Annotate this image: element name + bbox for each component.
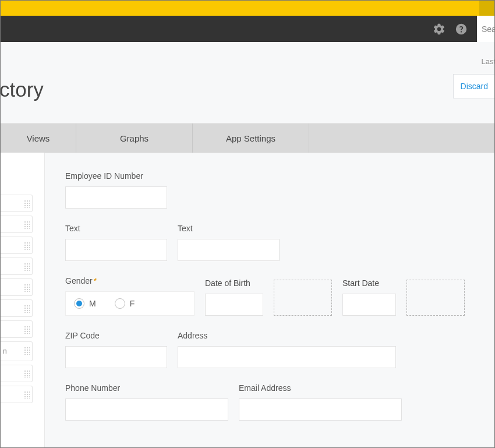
page-title: ctory (0, 78, 44, 101)
content: n Employee ID Number Text Text (1, 153, 494, 448)
help-icon[interactable] (455, 23, 468, 36)
field-text2[interactable]: Text (178, 224, 280, 261)
gender-m-option[interactable]: M (74, 298, 96, 309)
search-placeholder: Sea (482, 24, 495, 34)
dropzone[interactable] (274, 280, 332, 316)
text2-input[interactable] (178, 239, 280, 261)
gender-label-text: Gender (65, 276, 93, 285)
address-label: Address (178, 331, 396, 340)
field-address[interactable]: Address (178, 331, 396, 368)
discard-button[interactable]: Discard (453, 74, 495, 98)
dob-input[interactable] (205, 294, 263, 316)
text1-label: Text (65, 224, 167, 233)
field-gender[interactable]: Gender* M F (65, 276, 195, 316)
address-input[interactable] (178, 346, 396, 368)
top-toolbar: Sea (1, 16, 494, 42)
tab-bar: Views Graphs App Settings (1, 124, 494, 153)
tab-settings-label: App Settings (226, 133, 275, 143)
form-editor: Employee ID Number Text Text Gender* (44, 153, 494, 448)
email-input[interactable] (239, 398, 402, 421)
zip-label: ZIP Code (65, 331, 167, 340)
dob-label: Date of Birth (205, 278, 263, 288)
rail-item[interactable] (1, 365, 33, 382)
brand-bar (1, 1, 494, 16)
field-text1[interactable]: Text (65, 224, 167, 261)
phone-label: Phone Number (65, 383, 228, 393)
grip-icon (24, 391, 30, 399)
phone-input[interactable] (65, 398, 228, 421)
tab-views-label: Views (27, 133, 50, 143)
email-label: Email Address (239, 383, 402, 393)
rail-item[interactable]: n (1, 341, 33, 361)
brand-corner (479, 1, 494, 16)
tab-app-settings[interactable]: App Settings (193, 124, 309, 153)
rail-item-text: n (3, 347, 7, 355)
radio-icon (115, 298, 125, 309)
start-label: Start Date (342, 278, 396, 288)
rail-item[interactable] (1, 320, 33, 338)
gender-f-option[interactable]: F (115, 298, 135, 309)
gear-icon[interactable] (433, 23, 446, 36)
grip-icon (24, 200, 30, 208)
employee-id-input[interactable] (65, 186, 167, 209)
page-header: Last ctory Discard (1, 42, 494, 124)
rail-item[interactable] (1, 299, 33, 317)
field-zip[interactable]: ZIP Code (65, 331, 167, 368)
rail-item[interactable] (1, 278, 33, 296)
rail-item[interactable] (1, 257, 33, 275)
zip-input[interactable] (65, 346, 167, 368)
tab-graphs-label: Graphs (120, 133, 148, 143)
tab-views[interactable]: Views (1, 124, 76, 153)
dropzone[interactable] (406, 280, 465, 316)
field-email[interactable]: Email Address (239, 383, 402, 421)
grip-icon (24, 221, 30, 229)
text2-label: Text (178, 224, 280, 233)
discard-label: Discard (461, 82, 488, 91)
gender-radio-group: M F (65, 291, 195, 316)
field-start-date[interactable]: Start Date (342, 278, 396, 316)
field-phone[interactable]: Phone Number (65, 383, 228, 421)
last-saved-text: Last (481, 57, 495, 66)
field-employee-id[interactable]: Employee ID Number (65, 171, 167, 209)
rail-item[interactable] (1, 216, 33, 233)
tab-graphs[interactable]: Graphs (76, 124, 193, 153)
field-rail: n (1, 153, 36, 448)
gender-f-label: F (130, 299, 135, 308)
grip-icon (24, 305, 30, 313)
gender-label: Gender* (65, 276, 195, 285)
required-mark: * (94, 276, 97, 285)
start-input[interactable] (342, 294, 396, 316)
search-input[interactable]: Sea (477, 16, 494, 42)
text1-input[interactable] (65, 239, 167, 261)
radio-icon-checked (74, 298, 84, 309)
grip-icon (24, 242, 30, 250)
grip-icon (24, 263, 30, 271)
field-dob[interactable]: Date of Birth (205, 278, 263, 316)
employee-id-label: Employee ID Number (65, 171, 167, 181)
rail-item[interactable] (1, 386, 33, 403)
grip-icon (24, 347, 30, 355)
grip-icon (24, 326, 30, 334)
gender-m-label: M (89, 299, 96, 308)
grip-icon (24, 370, 30, 378)
grip-icon (24, 284, 30, 292)
rail-item[interactable] (1, 237, 33, 254)
rail-item[interactable] (1, 195, 33, 212)
